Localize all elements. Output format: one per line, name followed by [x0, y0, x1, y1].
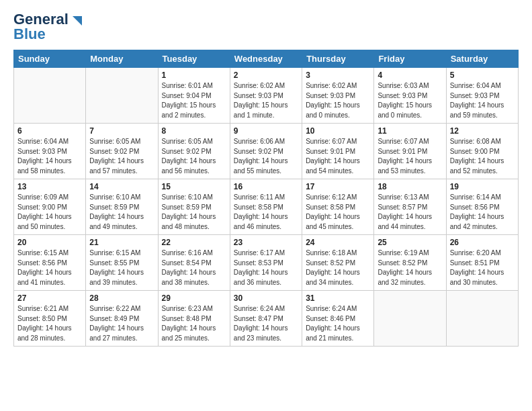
day-info: Sunrise: 6:24 AMSunset: 8:47 PMDaylight:… — [234, 304, 298, 343]
day-number: 14 — [89, 182, 154, 191]
day-info: Sunrise: 6:13 AMSunset: 8:57 PMDaylight:… — [378, 193, 442, 232]
day-cell — [446, 291, 518, 347]
day-info: Sunrise: 6:20 AMSunset: 8:51 PMDaylight:… — [450, 248, 515, 287]
day-number: 15 — [162, 182, 226, 191]
day-info: Sunrise: 6:10 AMSunset: 8:59 PMDaylight:… — [162, 193, 226, 232]
day-cell: 18Sunrise: 6:13 AMSunset: 8:57 PMDayligh… — [374, 179, 446, 235]
day-cell: 31Sunrise: 6:24 AMSunset: 8:46 PMDayligh… — [302, 291, 374, 347]
day-cell: 6Sunrise: 6:04 AMSunset: 9:03 PMDaylight… — [14, 124, 86, 179]
day-info: Sunrise: 6:04 AMSunset: 9:03 PMDaylight:… — [450, 81, 515, 120]
day-info: Sunrise: 6:15 AMSunset: 8:56 PMDaylight:… — [17, 248, 82, 287]
day-number: 13 — [17, 182, 82, 191]
day-number: 20 — [17, 238, 82, 247]
day-number: 26 — [450, 238, 515, 247]
day-number: 2 — [234, 71, 298, 80]
weekday-header-monday: Monday — [86, 50, 158, 68]
day-cell: 15Sunrise: 6:10 AMSunset: 8:59 PMDayligh… — [158, 179, 230, 235]
day-number: 22 — [162, 238, 226, 247]
day-cell: 28Sunrise: 6:22 AMSunset: 8:49 PMDayligh… — [86, 291, 158, 347]
day-info: Sunrise: 6:24 AMSunset: 8:46 PMDaylight:… — [306, 304, 370, 343]
day-number: 17 — [306, 182, 370, 191]
day-number: 29 — [162, 293, 226, 303]
day-number: 27 — [17, 293, 82, 303]
day-number: 31 — [306, 293, 370, 303]
day-number: 19 — [450, 182, 515, 191]
day-info: Sunrise: 6:14 AMSunset: 8:56 PMDaylight:… — [450, 193, 515, 232]
day-info: Sunrise: 6:16 AMSunset: 8:54 PMDaylight:… — [162, 248, 226, 287]
day-cell: 10Sunrise: 6:07 AMSunset: 9:01 PMDayligh… — [302, 124, 374, 179]
day-cell: 8Sunrise: 6:05 AMSunset: 9:02 PMDaylight… — [158, 124, 230, 179]
day-cell: 9Sunrise: 6:06 AMSunset: 9:02 PMDaylight… — [230, 124, 302, 179]
day-number: 4 — [378, 71, 442, 80]
day-cell: 7Sunrise: 6:05 AMSunset: 9:02 PMDaylight… — [86, 124, 158, 179]
day-info: Sunrise: 6:07 AMSunset: 9:01 PMDaylight:… — [378, 137, 442, 176]
logo: General Blue — [13, 11, 85, 43]
day-cell: 26Sunrise: 6:20 AMSunset: 8:51 PMDayligh… — [446, 235, 518, 291]
day-info: Sunrise: 6:22 AMSunset: 8:49 PMDaylight:… — [89, 304, 154, 343]
day-cell: 5Sunrise: 6:04 AMSunset: 9:03 PMDaylight… — [446, 68, 518, 124]
day-cell: 1Sunrise: 6:01 AMSunset: 9:04 PMDaylight… — [158, 68, 230, 124]
day-cell: 30Sunrise: 6:24 AMSunset: 8:47 PMDayligh… — [230, 291, 302, 347]
svg-marker-0 — [73, 16, 82, 26]
day-number: 30 — [234, 293, 298, 303]
day-info: Sunrise: 6:23 AMSunset: 8:48 PMDaylight:… — [162, 304, 226, 343]
day-cell: 29Sunrise: 6:23 AMSunset: 8:48 PMDayligh… — [158, 291, 230, 347]
day-info: Sunrise: 6:15 AMSunset: 8:55 PMDaylight:… — [89, 248, 154, 287]
day-cell: 24Sunrise: 6:18 AMSunset: 8:52 PMDayligh… — [302, 235, 374, 291]
day-cell: 2Sunrise: 6:02 AMSunset: 9:03 PMDaylight… — [230, 68, 302, 124]
week-row-5: 27Sunrise: 6:21 AMSunset: 8:50 PMDayligh… — [14, 291, 519, 347]
day-number: 8 — [162, 126, 226, 136]
day-number: 6 — [17, 126, 82, 136]
day-number: 16 — [234, 182, 298, 191]
day-info: Sunrise: 6:11 AMSunset: 8:58 PMDaylight:… — [234, 193, 298, 232]
day-cell: 27Sunrise: 6:21 AMSunset: 8:50 PMDayligh… — [14, 291, 86, 347]
day-cell: 16Sunrise: 6:11 AMSunset: 8:58 PMDayligh… — [230, 179, 302, 235]
week-row-1: 1Sunrise: 6:01 AMSunset: 9:04 PMDaylight… — [14, 68, 519, 124]
weekday-header-row: SundayMondayTuesdayWednesdayThursdayFrid… — [14, 50, 519, 68]
day-cell: 17Sunrise: 6:12 AMSunset: 8:58 PMDayligh… — [302, 179, 374, 235]
day-info: Sunrise: 6:01 AMSunset: 9:04 PMDaylight:… — [162, 81, 226, 120]
weekday-header-wednesday: Wednesday — [230, 50, 302, 68]
header: General Blue — [13, 11, 519, 43]
day-number: 23 — [234, 238, 298, 247]
day-cell: 20Sunrise: 6:15 AMSunset: 8:56 PMDayligh… — [14, 235, 86, 291]
day-info: Sunrise: 6:02 AMSunset: 9:03 PMDaylight:… — [306, 81, 370, 120]
day-cell: 11Sunrise: 6:07 AMSunset: 9:01 PMDayligh… — [374, 124, 446, 179]
day-number: 28 — [89, 293, 154, 303]
day-cell: 22Sunrise: 6:16 AMSunset: 8:54 PMDayligh… — [158, 235, 230, 291]
day-cell: 21Sunrise: 6:15 AMSunset: 8:55 PMDayligh… — [86, 235, 158, 291]
day-number: 7 — [89, 126, 154, 136]
week-row-2: 6Sunrise: 6:04 AMSunset: 9:03 PMDaylight… — [14, 124, 519, 179]
day-number: 9 — [234, 126, 298, 136]
day-info: Sunrise: 6:19 AMSunset: 8:52 PMDaylight:… — [378, 248, 442, 287]
day-cell — [86, 68, 158, 124]
day-cell: 4Sunrise: 6:03 AMSunset: 9:03 PMDaylight… — [374, 68, 446, 124]
day-info: Sunrise: 6:04 AMSunset: 9:03 PMDaylight:… — [17, 137, 82, 176]
day-info: Sunrise: 6:07 AMSunset: 9:01 PMDaylight:… — [306, 137, 370, 176]
day-info: Sunrise: 6:03 AMSunset: 9:03 PMDaylight:… — [378, 81, 442, 120]
day-number: 25 — [378, 238, 442, 247]
day-number: 24 — [306, 238, 370, 247]
day-info: Sunrise: 6:09 AMSunset: 9:00 PMDaylight:… — [17, 193, 82, 232]
logo-blue: Blue — [13, 26, 46, 43]
day-info: Sunrise: 6:17 AMSunset: 8:53 PMDaylight:… — [234, 248, 298, 287]
weekday-header-friday: Friday — [374, 50, 446, 68]
day-cell: 13Sunrise: 6:09 AMSunset: 9:00 PMDayligh… — [14, 179, 86, 235]
day-cell — [374, 291, 446, 347]
calendar: SundayMondayTuesdayWednesdayThursdayFrid… — [13, 50, 519, 347]
weekday-header-tuesday: Tuesday — [158, 50, 230, 68]
day-cell: 12Sunrise: 6:08 AMSunset: 9:00 PMDayligh… — [446, 124, 518, 179]
day-info: Sunrise: 6:05 AMSunset: 9:02 PMDaylight:… — [89, 137, 154, 176]
day-number: 18 — [378, 182, 442, 191]
day-info: Sunrise: 6:12 AMSunset: 8:58 PMDaylight:… — [306, 193, 370, 232]
weekday-header-sunday: Sunday — [14, 50, 86, 68]
day-info: Sunrise: 6:02 AMSunset: 9:03 PMDaylight:… — [234, 81, 298, 120]
day-number: 11 — [378, 126, 442, 136]
day-number: 1 — [162, 71, 226, 80]
day-cell: 3Sunrise: 6:02 AMSunset: 9:03 PMDaylight… — [302, 68, 374, 124]
day-info: Sunrise: 6:21 AMSunset: 8:50 PMDaylight:… — [17, 304, 82, 343]
weekday-header-saturday: Saturday — [446, 50, 518, 68]
week-row-3: 13Sunrise: 6:09 AMSunset: 9:00 PMDayligh… — [14, 179, 519, 235]
week-row-4: 20Sunrise: 6:15 AMSunset: 8:56 PMDayligh… — [14, 235, 519, 291]
weekday-header-thursday: Thursday — [302, 50, 374, 68]
